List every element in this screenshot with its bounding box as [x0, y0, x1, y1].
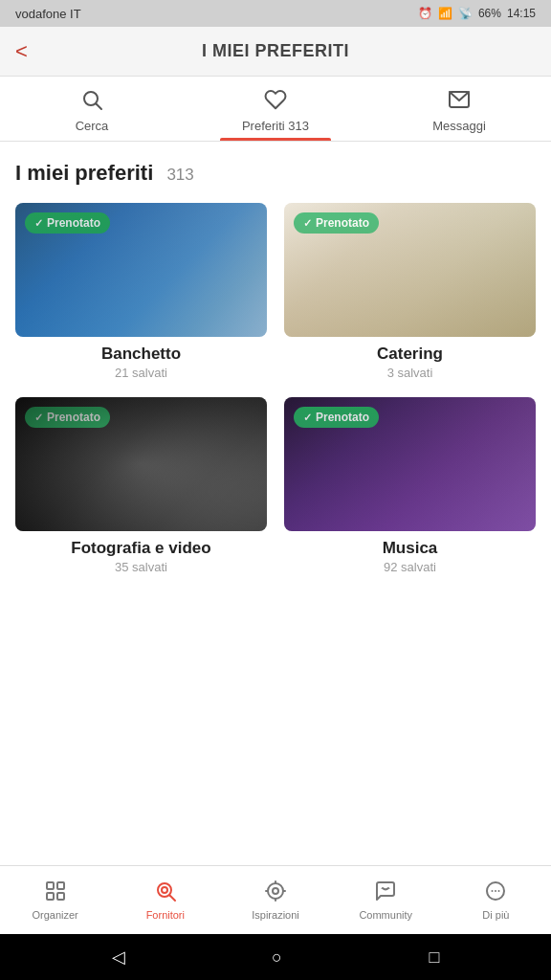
card-fotografia-saved: 35 salvati [115, 560, 167, 574]
nav-item-dipiu[interactable]: Di più [441, 866, 551, 934]
nav-label-ispirazioni: Ispirazioni [252, 909, 299, 921]
card-fotografia-name: Fotografia e video [71, 539, 210, 558]
status-bar-right: ⏰ 📶 📡 66% 14:15 [418, 7, 536, 20]
time-label: 14:15 [507, 7, 536, 20]
back-button[interactable]: < [15, 41, 28, 62]
page-title: I MIEI PREFERITI [202, 41, 349, 61]
mail-icon [448, 88, 471, 115]
bottom-nav: Organizer Fornitori Ispirazioni [0, 865, 551, 934]
svg-rect-5 [47, 893, 54, 900]
card-catering-image: Prenotato [284, 203, 536, 337]
card-banchetto-image: Prenotato [15, 203, 267, 337]
svg-point-9 [162, 887, 167, 893]
svg-rect-6 [57, 893, 64, 900]
svg-rect-3 [47, 882, 54, 889]
dipiu-icon [484, 880, 507, 906]
svg-line-1 [97, 104, 102, 110]
svg-rect-4 [57, 882, 64, 889]
card-banchetto[interactable]: Prenotato Banchetto 21 salvati [15, 203, 267, 380]
nav-item-community[interactable]: Community [331, 866, 441, 934]
card-musica-saved: 92 salvati [384, 560, 436, 574]
top-tab-bar: Cerca Preferiti 313 Messaggi [0, 77, 551, 142]
tab-preferiti-label: Preferiti 313 [242, 119, 309, 133]
nav-item-organizer[interactable]: Organizer [0, 866, 110, 934]
svg-point-10 [268, 883, 283, 899]
card-catering[interactable]: Prenotato Catering 3 salvati [284, 203, 536, 380]
nav-label-fornitori: Fornitori [146, 909, 185, 921]
battery-label: 66% [478, 7, 501, 20]
card-catering-saved: 3 salvati [387, 366, 433, 380]
ispirazioni-icon [264, 880, 287, 906]
android-home-button[interactable]: ○ [272, 947, 282, 968]
nav-label-community: Community [359, 909, 412, 921]
top-bar: < I MIEI PREFERITI [0, 27, 551, 77]
card-musica-name: Musica [383, 539, 438, 558]
signal-icon: 📡 [458, 7, 473, 20]
card-catering-name: Catering [377, 345, 443, 364]
card-banchetto-saved: 21 salvati [115, 366, 167, 380]
nav-item-ispirazioni[interactable]: Ispirazioni [220, 866, 330, 934]
svg-line-8 [169, 896, 175, 902]
card-musica-image: Prenotato [284, 397, 536, 531]
fornitori-icon [154, 880, 177, 906]
community-icon [374, 880, 397, 906]
wifi-icon: 📶 [438, 7, 452, 20]
nav-item-fornitori[interactable]: Fornitori [110, 866, 220, 934]
alarm-icon: ⏰ [418, 7, 432, 20]
section-title: I miei preferiti 313 [15, 161, 536, 186]
tab-preferiti[interactable]: Preferiti 313 [184, 77, 367, 141]
badge-catering: Prenotato [294, 212, 379, 234]
tab-messaggi[interactable]: Messaggi [367, 77, 551, 141]
badge-banchetto: Prenotato [25, 212, 110, 234]
nav-label-dipiu: Di più [482, 909, 509, 921]
tab-messaggi-label: Messaggi [432, 119, 486, 133]
tab-cerca-label: Cerca [76, 119, 109, 133]
nav-label-organizer: Organizer [32, 909, 77, 921]
tab-cerca[interactable]: Cerca [0, 77, 184, 141]
cards-grid: Prenotato Banchetto 21 salvati Prenotato… [15, 203, 536, 574]
carrier-label: vodafone IT [15, 7, 81, 21]
card-fotografia-image: Prenotato [15, 397, 267, 531]
svg-point-11 [273, 888, 278, 894]
badge-musica: Prenotato [294, 407, 379, 428]
card-fotografia[interactable]: Prenotato Fotografia e video 35 salvati [15, 397, 267, 574]
android-recents-button[interactable]: □ [429, 947, 439, 968]
section-count: 313 [166, 166, 193, 184]
svg-point-19 [498, 890, 500, 892]
android-nav: ◁ ○ □ [0, 934, 551, 980]
card-musica[interactable]: Prenotato Musica 92 salvati [284, 397, 536, 574]
organizer-icon [44, 880, 67, 906]
android-back-button[interactable]: ◁ [112, 947, 125, 968]
status-bar: vodafone IT ⏰ 📶 📡 66% 14:15 [0, 0, 551, 27]
svg-point-18 [495, 890, 496, 892]
card-banchetto-name: Banchetto [101, 345, 181, 364]
search-icon [80, 88, 103, 115]
svg-point-17 [492, 890, 494, 892]
heart-icon [264, 88, 287, 115]
badge-fotografia: Prenotato [25, 407, 110, 428]
main-content: I miei preferiti 313 Prenotato Banchetto… [0, 142, 551, 865]
